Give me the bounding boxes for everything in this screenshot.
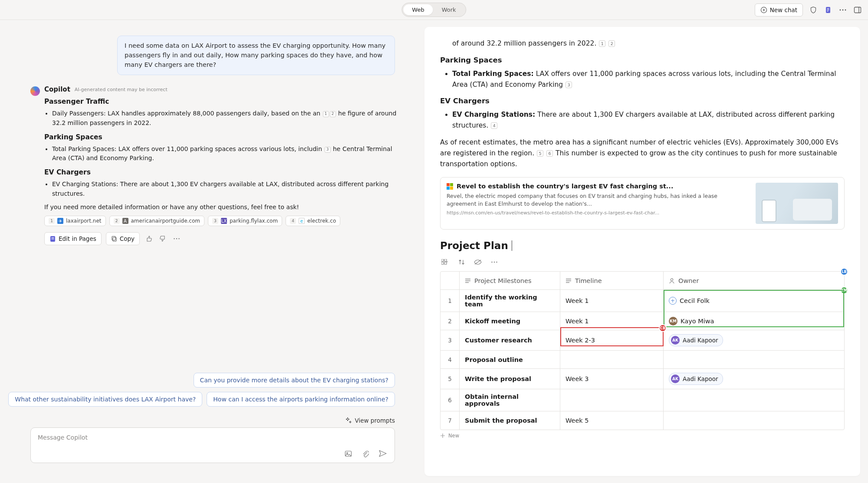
svg-point-16 <box>176 238 177 239</box>
sort-icon[interactable] <box>457 257 466 267</box>
timeline-cell[interactable]: Week 1 <box>560 312 664 330</box>
milestone-cell[interactable]: Write the proposal <box>460 369 560 389</box>
column-header[interactable]: Project Milestones <box>460 272 560 289</box>
thumbs-down-button[interactable] <box>158 234 168 243</box>
section-heading: EV Chargers <box>440 97 845 105</box>
page-pane: of around 32.2 million passengers in 202… <box>424 27 860 476</box>
svg-point-15 <box>174 238 174 239</box>
source-domain: electrek.co <box>307 218 336 224</box>
milestone-cell[interactable]: Kickoff meeting <box>460 312 560 330</box>
section-heading: Parking Spaces <box>44 133 399 141</box>
source-chip[interactable]: 2Aamericanairportguide.com <box>109 216 204 226</box>
presence-badge: KM <box>840 286 848 294</box>
send-icon[interactable] <box>378 449 388 458</box>
milestone-cell[interactable]: Identify the working team <box>460 290 560 312</box>
more-icon[interactable] <box>838 6 847 14</box>
copy-button[interactable]: Copy <box>106 232 140 245</box>
owner-cell[interactable] <box>664 411 844 430</box>
table-row[interactable]: 5 Write the proposal Week 3 AKAadi Kapoo… <box>441 369 844 389</box>
mode-web[interactable]: Web <box>403 4 433 15</box>
new-chat-button[interactable]: New chat <box>755 3 803 16</box>
source-number: 3 <box>212 218 218 224</box>
owner-pill[interactable]: AKAadi Kapoor <box>669 373 723 385</box>
suggestion-button[interactable]: Can you provide more details about the E… <box>194 373 395 388</box>
table-row[interactable]: 2 Kickoff meeting Week 1 KMKayo Miwa <box>441 312 844 330</box>
mode-work[interactable]: Work <box>433 4 465 15</box>
timeline-cell[interactable]: Week 5 <box>560 411 664 430</box>
svg-rect-14 <box>112 237 115 240</box>
shield-icon[interactable] <box>809 6 818 14</box>
citation-1[interactable]: 1 <box>323 111 329 117</box>
closing-text: If you need more detailed information or… <box>44 204 399 210</box>
table-row[interactable]: 4 Proposal outline <box>441 351 844 369</box>
message-composer[interactable]: Message Copilot <box>30 427 395 463</box>
timeline-cell[interactable] <box>560 389 664 411</box>
svg-rect-23 <box>444 262 447 264</box>
page-icon <box>49 236 56 242</box>
thumbs-up-button[interactable] <box>144 234 154 243</box>
citation-6[interactable]: 6 <box>546 150 553 157</box>
table-row[interactable]: 1 Identify the working team Week 1 +Ceci… <box>441 290 844 312</box>
source-chip[interactable]: 3LXparking.flylax.com <box>208 216 282 226</box>
view-prompts-button[interactable]: View prompts <box>345 417 395 424</box>
text-icon <box>465 278 471 283</box>
visibility-icon[interactable] <box>473 257 483 267</box>
source-list: 1✈laxairport.net2Aamericanairportguide.c… <box>44 216 399 226</box>
citation-5[interactable]: 5 <box>537 150 543 157</box>
owner-cell[interactable]: KMKayo Miwa <box>664 312 844 330</box>
owner-cell[interactable]: +Cecil Folk <box>664 290 844 312</box>
timeline-cell[interactable]: Week 1 <box>560 290 664 312</box>
table-row[interactable]: 6 Obtain internal approvals <box>441 389 844 411</box>
svg-rect-13 <box>113 237 116 241</box>
table-row[interactable]: 3 Customer research Week 2-3 AKAadi Kapo… <box>441 330 844 351</box>
more-icon[interactable] <box>490 257 499 267</box>
assistant-body: Passenger Traffic Daily Passengers: LAX … <box>44 98 399 245</box>
svg-rect-3 <box>827 10 829 10</box>
edit-in-pages-button[interactable]: Edit in Pages <box>44 232 102 245</box>
column-header[interactable]: Owner <box>664 272 844 289</box>
add-row-button[interactable]: New <box>440 433 845 439</box>
page-icon[interactable] <box>824 6 832 14</box>
milestone-cell[interactable]: Customer research <box>460 330 560 350</box>
owner-cell[interactable]: AKAadi Kapoor <box>664 369 844 389</box>
grid-view-icon[interactable] <box>440 257 450 267</box>
owner-cell[interactable]: AKAadi Kapoor <box>664 330 844 350</box>
more-icon[interactable] <box>172 234 181 243</box>
person-icon <box>669 278 675 284</box>
image-icon[interactable] <box>343 449 353 458</box>
citation-4[interactable]: 4 <box>491 122 497 129</box>
suggestion-button[interactable]: How can I access the airports parking in… <box>207 392 395 407</box>
copy-icon <box>111 236 117 242</box>
message-actions: Edit in Pages Copy <box>44 232 399 245</box>
table-row[interactable]: 7 Submit the proposal Week 5 <box>441 411 844 430</box>
panel-toggle-icon[interactable] <box>853 6 862 14</box>
timeline-cell[interactable]: Week 3 <box>560 369 664 389</box>
new-chat-label: New chat <box>770 7 797 13</box>
citation-2[interactable]: 2 <box>330 111 336 117</box>
row-number: 3 <box>441 330 460 350</box>
source-chip[interactable]: 1✈laxairport.net <box>44 216 106 226</box>
owner-pill[interactable]: AKAadi Kapoor <box>669 334 723 346</box>
row-number: 5 <box>441 369 460 389</box>
milestone-cell[interactable]: Submit the proposal <box>460 411 560 430</box>
column-header[interactable]: Timeline <box>560 272 664 289</box>
owner-cell[interactable] <box>664 389 844 411</box>
timeline-cell[interactable] <box>560 351 664 368</box>
citation-3[interactable]: 3 <box>325 147 331 153</box>
citation-3[interactable]: 3 <box>566 82 572 88</box>
add-person-icon[interactable]: + <box>669 297 677 305</box>
project-plan-title[interactable]: Project Plan <box>440 240 845 251</box>
owner-cell[interactable] <box>664 351 844 368</box>
top-bar: Web Work New chat <box>0 0 868 20</box>
citation-1[interactable]: 1 <box>599 40 605 47</box>
citation-2[interactable]: 2 <box>608 40 615 47</box>
source-chip[interactable]: 4eelectrek.co <box>286 216 340 226</box>
attach-icon[interactable] <box>361 449 370 458</box>
presence-badge: LB <box>840 268 848 276</box>
news-card[interactable]: Revel to establish the country's largest… <box>440 177 845 230</box>
milestone-cell[interactable]: Obtain internal approvals <box>460 389 560 411</box>
milestone-cell[interactable]: Proposal outline <box>460 351 560 368</box>
timeline-cell[interactable]: Week 2-3 <box>560 330 664 350</box>
suggestion-button[interactable]: What other sustainability initiatives do… <box>8 392 202 407</box>
text-icon <box>566 278 572 283</box>
